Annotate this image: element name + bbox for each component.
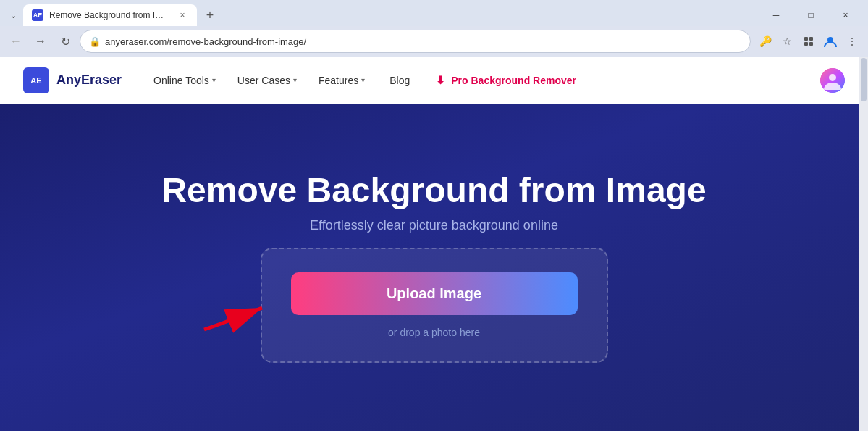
main-nav: AE AnyEraser Online Tools ▾ User Cases ▾… bbox=[0, 57, 868, 104]
hero-section: Remove Background from Image Effortlessl… bbox=[0, 104, 868, 431]
nav-features[interactable]: Features ▾ bbox=[310, 69, 374, 92]
arrow-decoration bbox=[197, 279, 291, 340]
drop-text: or drop a photo here bbox=[388, 327, 480, 338]
svg-rect-0 bbox=[804, 37, 808, 41]
bookmark-button[interactable]: ☆ bbox=[777, 31, 797, 51]
page-wrapper: ⌄ AE Remove Background from Imac × + ─ □… bbox=[0, 0, 868, 431]
logo[interactable]: AE AnyEraser bbox=[23, 67, 122, 93]
window-controls: ─ □ × bbox=[759, 4, 862, 26]
nav-links: Online Tools ▾ User Cases ▾ Features ▾ B… bbox=[145, 68, 809, 93]
tab-bar: ⌄ AE Remove Background from Imac × + ─ □… bbox=[0, 0, 868, 26]
nav-pro-remover[interactable]: ⬇ Pro Background Remover bbox=[426, 68, 586, 93]
logo-icon: AE bbox=[23, 67, 49, 93]
hero-subtitle: Effortlessly clear picture background on… bbox=[310, 218, 558, 233]
features-chevron: ▾ bbox=[361, 76, 365, 84]
nav-user-cases-label: User Cases bbox=[237, 75, 290, 86]
nav-blog-label: Blog bbox=[389, 75, 410, 86]
window-minimize-button[interactable]: ─ bbox=[759, 4, 793, 26]
browser-tab-active[interactable]: AE Remove Background from Imac × bbox=[23, 4, 197, 26]
nav-online-tools-label: Online Tools bbox=[153, 75, 209, 86]
svg-rect-2 bbox=[804, 42, 808, 46]
profile-button[interactable] bbox=[820, 31, 840, 51]
nav-pro-label: Pro Background Remover bbox=[451, 75, 576, 86]
tab-scroll-left[interactable]: ⌄ bbox=[6, 8, 20, 22]
svg-rect-1 bbox=[809, 37, 813, 41]
refresh-button[interactable]: ↻ bbox=[55, 31, 75, 51]
back-button[interactable]: ← bbox=[6, 31, 26, 51]
hero-title: Remove Background from Image bbox=[161, 172, 706, 210]
nav-blog[interactable]: Blog bbox=[378, 69, 421, 92]
nav-user-cases[interactable]: User Cases ▾ bbox=[229, 69, 306, 92]
website: AE AnyEraser Online Tools ▾ User Cases ▾… bbox=[0, 57, 868, 431]
menu-button[interactable]: ⋮ bbox=[842, 31, 862, 51]
address-bar[interactable]: 🔒 anyeraser.com/remove-background-from-i… bbox=[80, 30, 751, 53]
window-close-button[interactable]: × bbox=[829, 4, 862, 26]
lock-icon: 🔒 bbox=[89, 36, 101, 47]
url-text: anyeraser.com/remove-background-from-ima… bbox=[105, 36, 741, 47]
online-tools-chevron: ▾ bbox=[212, 76, 216, 84]
tab-close-button[interactable]: × bbox=[177, 9, 188, 21]
nav-features-label: Features bbox=[319, 75, 358, 86]
new-tab-button[interactable]: + bbox=[200, 5, 220, 25]
extensions-button[interactable] bbox=[799, 31, 819, 51]
user-avatar[interactable] bbox=[820, 68, 845, 93]
tab-title: Remove Background from Imac bbox=[49, 10, 171, 20]
window-maximize-button[interactable]: □ bbox=[794, 4, 827, 26]
toolbar-actions: 🔑 ☆ ⋮ bbox=[755, 31, 862, 51]
browser-chrome: ⌄ AE Remove Background from Imac × + ─ □… bbox=[0, 0, 868, 57]
forward-button[interactable]: → bbox=[30, 31, 51, 51]
browser-toolbar: ← → ↻ 🔒 anyeraser.com/remove-background-… bbox=[0, 26, 868, 57]
scrollbar-thumb[interactable] bbox=[861, 58, 867, 101]
svg-rect-3 bbox=[809, 42, 813, 46]
logo-name: AnyEraser bbox=[56, 72, 122, 88]
scrollbar[interactable] bbox=[859, 57, 868, 431]
pro-download-icon: ⬇ bbox=[436, 74, 445, 87]
tab-favicon: AE bbox=[32, 9, 43, 21]
upload-area[interactable]: Upload Image or drop a photo here bbox=[261, 248, 608, 363]
svg-point-6 bbox=[829, 74, 836, 81]
key-icon-button[interactable]: 🔑 bbox=[755, 31, 775, 51]
user-cases-chevron: ▾ bbox=[293, 76, 297, 84]
upload-image-button[interactable]: Upload Image bbox=[291, 272, 578, 315]
nav-online-tools[interactable]: Online Tools ▾ bbox=[145, 69, 224, 92]
